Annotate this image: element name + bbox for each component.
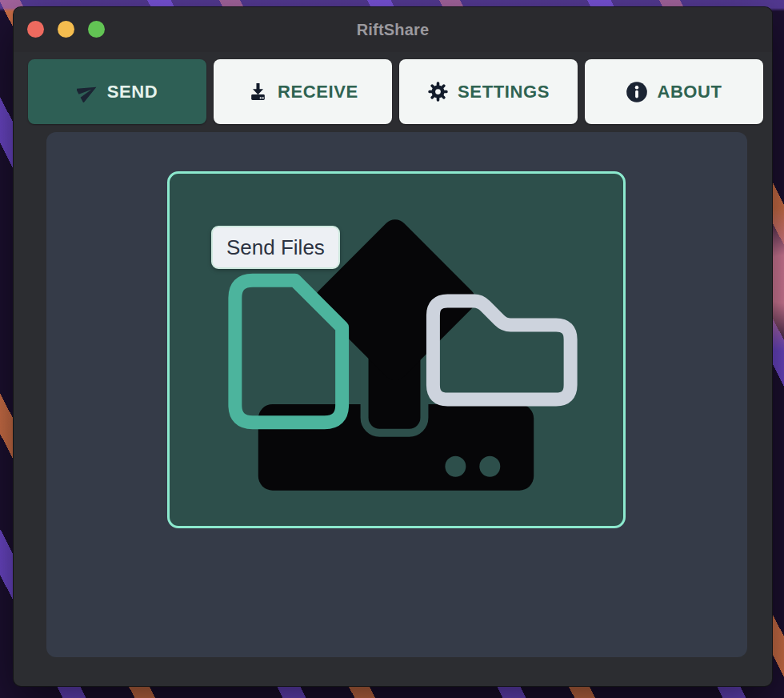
title-bar: RiftShare	[14, 7, 772, 52]
tab-receive[interactable]: RECEIVE	[214, 59, 392, 124]
tab-about-label: ABOUT	[657, 82, 722, 102]
tab-receive-label: RECEIVE	[278, 82, 358, 102]
riftshare-window: RiftShare SEND RECEIVE	[13, 6, 773, 687]
tab-send[interactable]: SEND	[28, 59, 206, 124]
tab-send-label: SEND	[107, 82, 158, 102]
send-files-button[interactable]: Send Files	[211, 226, 340, 269]
window-title: RiftShare	[14, 7, 772, 52]
tab-about[interactable]: ABOUT	[585, 59, 763, 124]
tab-settings[interactable]: SETTINGS	[399, 59, 578, 124]
gear-icon	[427, 81, 449, 102]
download-tray-icon	[247, 81, 269, 102]
tab-bar: SEND RECEIVE	[28, 59, 763, 124]
file-drop-zone[interactable]: Send Files	[167, 171, 626, 528]
tab-settings-label: SETTINGS	[458, 82, 550, 102]
send-view-panel: Send Files	[46, 132, 747, 657]
window-bottom-chrome	[14, 656, 772, 686]
paper-plane-icon	[77, 81, 98, 102]
info-circle-icon	[626, 81, 648, 103]
